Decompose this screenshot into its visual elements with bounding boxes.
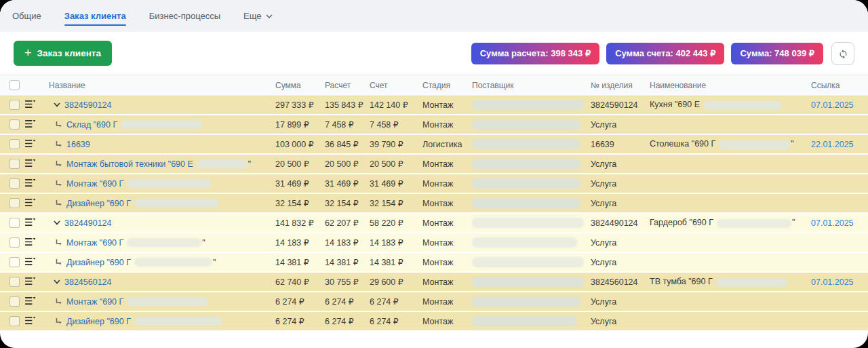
tab-more[interactable]: Еще bbox=[243, 0, 272, 32]
order-name-link[interactable]: Дизайнер "690 Г bbox=[66, 199, 131, 208]
add-order-button[interactable]: + Заказ клиента bbox=[14, 41, 112, 66]
checkbox-cell bbox=[0, 174, 20, 193]
order-name-link[interactable]: Монтаж "690 Г bbox=[66, 179, 123, 189]
row-checkbox[interactable] bbox=[9, 119, 20, 130]
order-name-link[interactable]: Монтаж бытовой техники "690 Е bbox=[66, 159, 193, 169]
column-sum[interactable]: Сумма bbox=[271, 75, 321, 96]
name-cell: Монтаж "690 Г" bbox=[45, 233, 271, 252]
redacted-text bbox=[472, 237, 577, 248]
menu-cell bbox=[20, 134, 45, 154]
row-menu-icon[interactable] bbox=[24, 139, 36, 148]
menu-cell bbox=[20, 154, 45, 174]
supplier-cell bbox=[468, 252, 587, 272]
tab-business-processes[interactable]: Бизнес-процессы bbox=[149, 0, 220, 32]
column-name[interactable]: Название bbox=[45, 75, 271, 96]
header-checkbox-cell bbox=[0, 75, 20, 96]
link-cell bbox=[807, 115, 868, 134]
order-name-link[interactable]: Дизайнер "690 Г bbox=[66, 258, 131, 267]
tab-common[interactable]: Общие bbox=[12, 0, 41, 32]
row-menu-icon[interactable] bbox=[24, 178, 36, 187]
select-all-checkbox[interactable] bbox=[9, 80, 20, 90]
row-menu-icon[interactable] bbox=[24, 159, 36, 168]
row-menu-icon[interactable] bbox=[24, 119, 36, 128]
column-supplier[interactable]: Поставщик bbox=[468, 75, 587, 96]
supplier-cell bbox=[468, 96, 587, 115]
item-suffix: " bbox=[792, 218, 795, 227]
redacted-text bbox=[472, 316, 577, 326]
menu-cell bbox=[20, 292, 45, 311]
row-menu-icon[interactable] bbox=[24, 100, 36, 109]
tab-customer-order[interactable]: Заказ клиента bbox=[64, 0, 126, 32]
row-checkbox[interactable] bbox=[9, 218, 20, 228]
order-name-link[interactable]: Дизайнер "690 Г bbox=[66, 317, 131, 326]
order-name-link[interactable]: 3824590124 bbox=[64, 100, 112, 110]
order-name-link[interactable]: 3824490124 bbox=[64, 218, 112, 228]
refresh-button[interactable] bbox=[831, 42, 854, 65]
column-calc[interactable]: Расчет bbox=[321, 75, 366, 96]
redacted-text bbox=[197, 159, 248, 168]
table-header-row: Название Сумма Расчет Счет Стадия Постав… bbox=[0, 75, 868, 96]
menu-cell bbox=[20, 272, 45, 292]
row-menu-icon[interactable] bbox=[24, 218, 36, 227]
row-checkbox[interactable] bbox=[9, 159, 20, 169]
order-name-link[interactable]: Монтаж "690 Г bbox=[66, 238, 123, 248]
invoice-cell: 29 600 ₽ bbox=[366, 272, 418, 292]
column-product-no[interactable]: № изделия bbox=[587, 75, 646, 96]
order-subrow: Склад "690 Г17 899 ₽7 458 ₽7 458 ₽Монтаж… bbox=[0, 115, 868, 134]
stage-cell: Монтаж bbox=[418, 193, 468, 213]
product-no-cell: Услуга bbox=[587, 292, 646, 311]
link-cell: 07.01.2025 bbox=[807, 213, 868, 233]
row-menu-icon[interactable] bbox=[24, 277, 36, 286]
order-name-link[interactable]: Монтаж "690 Г bbox=[66, 297, 123, 307]
name-suffix: " bbox=[213, 258, 216, 267]
row-checkbox[interactable] bbox=[9, 198, 20, 208]
sum-cell: 62 740 ₽ bbox=[271, 272, 321, 292]
order-name-link[interactable]: 16639 bbox=[66, 140, 90, 149]
row-menu-icon[interactable] bbox=[24, 198, 36, 207]
order-subrow: Монтаж бытовой техники "690 Е"20 500 ₽20… bbox=[0, 154, 868, 174]
checkbox-cell bbox=[0, 193, 20, 213]
redacted-text bbox=[472, 100, 584, 110]
chevron-down-icon[interactable] bbox=[54, 102, 60, 107]
date-link[interactable]: 07.01.2025 bbox=[811, 100, 854, 110]
item-name-text: Столешка "690 Г bbox=[650, 139, 715, 149]
row-menu-icon[interactable] bbox=[24, 257, 36, 266]
calc-cell: 6 274 ₽ bbox=[321, 311, 366, 331]
column-stage[interactable]: Стадия bbox=[418, 75, 468, 96]
redacted-text bbox=[121, 120, 202, 129]
row-checkbox[interactable] bbox=[9, 316, 20, 326]
chevron-down-icon[interactable] bbox=[54, 279, 60, 284]
order-subrow: Дизайнер "690 Г6 274 ₽6 274 ₽6 274 ₽Монт… bbox=[0, 311, 868, 331]
date-link[interactable]: 07.01.2025 bbox=[811, 277, 854, 287]
sum-cell: 32 154 ₽ bbox=[271, 193, 321, 213]
row-menu-icon[interactable] bbox=[24, 237, 36, 246]
item-name-cell bbox=[646, 233, 807, 252]
product-no-cell: Услуга bbox=[587, 174, 646, 193]
link-cell bbox=[807, 292, 868, 311]
order-subrow: Монтаж "690 Г31 469 ₽31 469 ₽31 469 ₽Мон… bbox=[0, 174, 868, 193]
invoice-cell: 142 140 ₽ bbox=[366, 96, 418, 115]
date-link[interactable]: 22.01.2025 bbox=[811, 140, 854, 149]
order-name-link[interactable]: 3824560124 bbox=[64, 277, 112, 287]
row-checkbox[interactable] bbox=[9, 139, 20, 149]
row-menu-icon[interactable] bbox=[24, 296, 36, 305]
chevron-down-icon[interactable] bbox=[54, 220, 60, 225]
row-checkbox[interactable] bbox=[9, 178, 20, 189]
column-item-name[interactable]: Наименование bbox=[646, 75, 807, 96]
date-link[interactable]: 07.01.2025 bbox=[811, 218, 854, 228]
row-checkbox[interactable] bbox=[9, 296, 20, 307]
row-checkbox[interactable] bbox=[9, 237, 20, 248]
invoice-cell: 39 790 ₽ bbox=[366, 134, 418, 154]
row-menu-icon[interactable] bbox=[24, 316, 36, 325]
row-checkbox[interactable] bbox=[9, 277, 20, 287]
row-checkbox[interactable] bbox=[9, 100, 20, 110]
toolbar: + Заказ клиента Сумма расчета: 398 343 ₽… bbox=[0, 32, 868, 75]
item-name-cell bbox=[646, 292, 807, 311]
row-checkbox[interactable] bbox=[9, 257, 20, 267]
redacted-text bbox=[472, 119, 580, 130]
add-order-button-label: Заказ клиента bbox=[37, 48, 101, 58]
order-name-link[interactable]: Склад "690 Г bbox=[66, 120, 117, 130]
supplier-cell bbox=[468, 272, 587, 292]
column-link[interactable]: Ссылка bbox=[807, 75, 868, 96]
column-invoice[interactable]: Счет bbox=[366, 75, 418, 96]
